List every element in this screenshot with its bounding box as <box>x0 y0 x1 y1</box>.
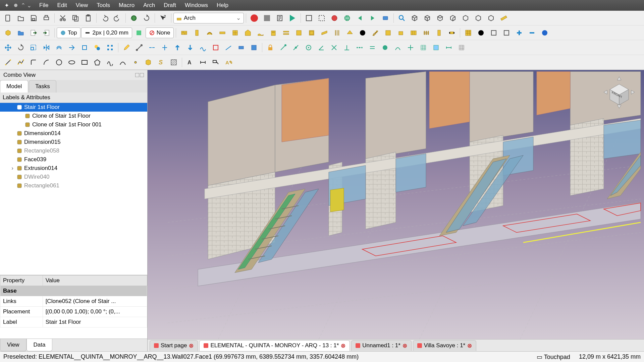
hatch-button[interactable] <box>168 56 180 68</box>
auto-group-button[interactable]: None <box>146 27 174 38</box>
rectangle-button[interactable] <box>78 56 91 68</box>
link-button[interactable] <box>379 12 391 24</box>
tab-tasks[interactable]: Tasks <box>29 80 56 93</box>
snap-lock-button[interactable] <box>264 42 276 54</box>
building-part-button[interactable] <box>229 27 241 39</box>
frame-button[interactable] <box>408 27 420 39</box>
menu-draft[interactable]: Draft <box>160 1 180 10</box>
workbench-selector[interactable]: Arch ⌄ <box>173 13 244 23</box>
document-tab[interactable]: Unnamed1 : 1*⊗ <box>351 340 411 351</box>
snap-parallel-button[interactable] <box>366 42 378 54</box>
view-iso-button[interactable] <box>409 12 421 24</box>
shapestring-button[interactable]: S <box>155 56 167 68</box>
draft-to-sketch-button[interactable] <box>210 42 222 54</box>
open-file-button[interactable] <box>15 12 27 24</box>
join-button[interactable] <box>146 42 158 54</box>
tree-node[interactable]: Dimension014 <box>0 129 147 138</box>
panel-float-icon[interactable] <box>135 73 139 77</box>
tree-node[interactable]: Face039 <box>0 155 147 164</box>
offset-button[interactable] <box>53 42 65 54</box>
document-tab[interactable]: Villa Savoye : 1*⊗ <box>413 340 476 351</box>
building-button[interactable] <box>267 27 279 39</box>
window-control-icon[interactable] <box>14 4 17 7</box>
wall-button[interactable] <box>178 27 190 39</box>
view-rear-button[interactable] <box>460 12 472 24</box>
tree-node[interactable]: Rectangle058 <box>0 146 147 155</box>
menu-file[interactable]: File <box>36 1 52 10</box>
line-button[interactable] <box>2 56 14 68</box>
stairs-button[interactable] <box>369 27 381 39</box>
close-icon[interactable]: ⊗ <box>402 342 407 349</box>
refresh-button[interactable] <box>128 12 140 24</box>
dropdown-caret-icon[interactable]: ⌃ <box>21 2 25 9</box>
tree-node[interactable]: Clone of Stair 1st Floor 001 <box>0 120 147 129</box>
view-top-button[interactable] <box>434 12 446 24</box>
stretch-button[interactable] <box>78 42 91 54</box>
snap-ortho-button[interactable] <box>405 42 417 54</box>
downgrade-button[interactable] <box>184 42 196 54</box>
macro-list-button[interactable] <box>274 12 286 24</box>
dropdown-caret-icon[interactable]: ⌄ <box>27 2 32 9</box>
shape2d-button[interactable] <box>248 42 260 54</box>
cut-button[interactable] <box>57 12 69 24</box>
close-icon[interactable]: ⊗ <box>341 342 345 349</box>
bezier-button[interactable] <box>117 56 129 68</box>
3d-viewport[interactable]: FRONT Start page⊗ELEMENTAL - QUINTA - MO… <box>148 70 644 351</box>
slope-button[interactable] <box>222 42 234 54</box>
nav-style-indicator[interactable]: ▭ Touchpad <box>537 353 570 361</box>
toggle-grid-button[interactable] <box>455 42 468 54</box>
subelement-button[interactable] <box>133 42 145 54</box>
label-button[interactable] <box>210 56 222 68</box>
panel-button[interactable] <box>382 27 394 39</box>
view-front-button[interactable] <box>421 12 433 24</box>
level-button[interactable] <box>280 27 292 39</box>
navigation-cube[interactable]: FRONT <box>599 75 639 115</box>
snap-center-button[interactable] <box>303 42 315 54</box>
menu-windows[interactable]: Windows <box>181 1 212 10</box>
snap-special-button[interactable] <box>379 42 391 54</box>
wire-button[interactable] <box>15 56 27 68</box>
trimex-button[interactable] <box>66 42 78 54</box>
floor-button[interactable] <box>216 27 228 39</box>
space-button[interactable] <box>357 27 369 39</box>
folder-button[interactable] <box>15 27 27 39</box>
prop-value[interactable]: Stair 1st Floor <box>43 317 147 327</box>
tree-node[interactable]: DWire040 <box>0 173 147 181</box>
remove-component-button[interactable] <box>500 27 513 39</box>
structure-button[interactable] <box>191 27 203 39</box>
close-icon[interactable]: ⊗ <box>189 342 194 349</box>
print-button[interactable] <box>40 12 52 24</box>
prop-value[interactable]: [(0,00 0,00 1,00); 0,00 °; (0,... <box>43 307 147 317</box>
document-tab[interactable]: ELEMENTAL - QUINTA - MONROY - ARQ - 13 :… <box>199 340 350 351</box>
tree-node[interactable]: ›Extrusion014 <box>0 164 147 173</box>
import-button[interactable] <box>40 27 52 39</box>
snap-dims-button[interactable] <box>443 42 455 54</box>
construction-mode-button[interactable] <box>133 27 145 39</box>
macro-record-button[interactable] <box>248 12 260 24</box>
view-left-button[interactable] <box>485 12 497 24</box>
menu-tools[interactable]: Tools <box>93 1 114 10</box>
redo-button[interactable] <box>111 12 123 24</box>
move-button[interactable] <box>2 42 14 54</box>
undo-button[interactable] <box>99 12 111 24</box>
nav-forward-button[interactable] <box>367 12 379 24</box>
fillet-button[interactable] <box>28 56 40 68</box>
expander-icon[interactable]: › <box>10 165 15 172</box>
whats-this-button[interactable]: ? <box>157 12 169 24</box>
view-preset-button[interactable]: Top <box>57 27 80 38</box>
tree-node[interactable]: Rectangle061 <box>0 181 147 190</box>
zoom-button[interactable] <box>396 12 408 24</box>
nav-back-button[interactable] <box>354 12 366 24</box>
snap-wp-button[interactable] <box>430 42 442 54</box>
snap-midpoint-button[interactable] <box>290 42 302 54</box>
cut-plane-button[interactable] <box>475 27 487 39</box>
export-button[interactable] <box>28 27 40 39</box>
flip-dim-button[interactable] <box>235 42 247 54</box>
mirror-button[interactable] <box>40 42 52 54</box>
ellipse-button[interactable] <box>66 56 78 68</box>
arc-button[interactable] <box>40 56 52 68</box>
tree-node[interactable]: Clone of Stair 1st Floor <box>0 112 147 120</box>
snap-intersection-button[interactable] <box>328 42 340 54</box>
facebinder-button[interactable] <box>142 56 154 68</box>
document-tab[interactable]: Start page⊗ <box>150 340 198 351</box>
